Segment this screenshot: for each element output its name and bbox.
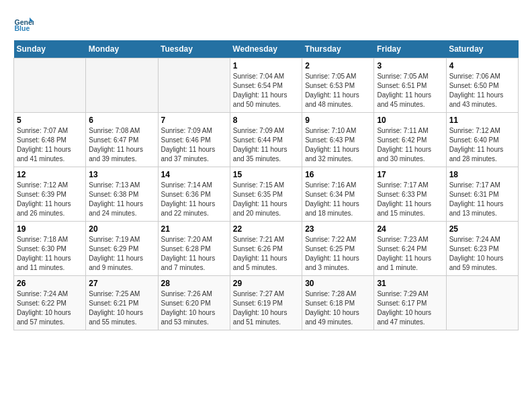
day-info: Sunrise: 7:07 AM Sunset: 6:48 PM Dayligh…	[17, 126, 83, 164]
page-header: General Blue	[13, 13, 519, 34]
day-number: 29	[233, 279, 299, 288]
day-number: 9	[305, 116, 371, 125]
day-info: Sunrise: 7:16 AM Sunset: 6:34 PM Dayligh…	[305, 181, 371, 218]
calendar-cell: 26Sunrise: 7:24 AM Sunset: 6:22 PM Dayli…	[14, 276, 86, 330]
day-info: Sunrise: 7:06 AM Sunset: 6:50 PM Dayligh…	[449, 72, 515, 109]
day-info: Sunrise: 7:28 AM Sunset: 6:18 PM Dayligh…	[305, 289, 371, 327]
calendar-cell: 29Sunrise: 7:27 AM Sunset: 6:19 PM Dayli…	[230, 276, 302, 330]
calendar-table: SundayMondayTuesdayWednesdayThursdayFrid…	[13, 40, 519, 330]
day-number: 21	[161, 224, 227, 234]
calendar-cell: 23Sunrise: 7:22 AM Sunset: 6:25 PM Dayli…	[302, 222, 374, 276]
week-row-2: 12Sunrise: 7:12 AM Sunset: 6:39 PM Dayli…	[14, 167, 519, 222]
calendar-cell: 12Sunrise: 7:12 AM Sunset: 6:39 PM Dayli…	[14, 167, 86, 222]
calendar-cell: 17Sunrise: 7:17 AM Sunset: 6:33 PM Dayli…	[374, 167, 446, 222]
calendar-cell: 20Sunrise: 7:19 AM Sunset: 6:29 PM Dayli…	[86, 222, 158, 276]
calendar-cell	[14, 58, 86, 113]
day-number: 31	[377, 279, 443, 288]
day-info: Sunrise: 7:04 AM Sunset: 6:54 PM Dayligh…	[233, 72, 299, 109]
day-number: 27	[89, 279, 154, 288]
day-number: 1	[233, 61, 299, 71]
day-info: Sunrise: 7:23 AM Sunset: 6:24 PM Dayligh…	[377, 235, 443, 273]
calendar-cell: 14Sunrise: 7:14 AM Sunset: 6:36 PM Dayli…	[158, 167, 230, 222]
col-header-sunday: Sunday	[14, 40, 86, 58]
calendar-cell: 4Sunrise: 7:06 AM Sunset: 6:50 PM Daylig…	[446, 58, 518, 113]
calendar-cell: 24Sunrise: 7:23 AM Sunset: 6:24 PM Dayli…	[374, 222, 446, 276]
day-number: 14	[161, 170, 227, 179]
calendar-cell: 6Sunrise: 7:08 AM Sunset: 6:47 PM Daylig…	[86, 113, 158, 167]
day-number: 24	[377, 224, 443, 234]
calendar-cell	[86, 58, 158, 113]
day-number: 2	[305, 61, 371, 71]
week-row-4: 26Sunrise: 7:24 AM Sunset: 6:22 PM Dayli…	[14, 276, 519, 330]
calendar-cell: 11Sunrise: 7:12 AM Sunset: 6:40 PM Dayli…	[446, 113, 518, 167]
day-info: Sunrise: 7:17 AM Sunset: 6:33 PM Dayligh…	[377, 181, 443, 218]
day-info: Sunrise: 7:27 AM Sunset: 6:19 PM Dayligh…	[233, 289, 299, 327]
day-number: 16	[305, 170, 371, 179]
calendar-cell: 31Sunrise: 7:29 AM Sunset: 6:17 PM Dayli…	[374, 276, 446, 330]
week-row-3: 19Sunrise: 7:18 AM Sunset: 6:30 PM Dayli…	[14, 222, 519, 276]
col-header-monday: Monday	[86, 40, 158, 58]
day-info: Sunrise: 7:24 AM Sunset: 6:22 PM Dayligh…	[17, 289, 83, 327]
day-number: 25	[449, 224, 515, 234]
calendar-cell: 19Sunrise: 7:18 AM Sunset: 6:30 PM Dayli…	[14, 222, 86, 276]
day-info: Sunrise: 7:09 AM Sunset: 6:46 PM Dayligh…	[161, 126, 227, 164]
calendar-cell: 1Sunrise: 7:04 AM Sunset: 6:54 PM Daylig…	[230, 58, 302, 113]
calendar-cell: 13Sunrise: 7:13 AM Sunset: 6:38 PM Dayli…	[86, 167, 158, 222]
day-number: 30	[305, 279, 371, 288]
col-header-friday: Friday	[374, 40, 446, 58]
day-number: 19	[17, 224, 83, 234]
day-number: 3	[377, 61, 443, 71]
day-number: 8	[233, 116, 299, 125]
day-info: Sunrise: 7:19 AM Sunset: 6:29 PM Dayligh…	[89, 235, 154, 273]
day-info: Sunrise: 7:20 AM Sunset: 6:28 PM Dayligh…	[161, 235, 227, 273]
day-number: 15	[233, 170, 299, 179]
day-info: Sunrise: 7:05 AM Sunset: 6:51 PM Dayligh…	[377, 72, 443, 109]
calendar-cell: 16Sunrise: 7:16 AM Sunset: 6:34 PM Dayli…	[302, 167, 374, 222]
day-info: Sunrise: 7:22 AM Sunset: 6:25 PM Dayligh…	[305, 235, 371, 273]
day-number: 17	[377, 170, 443, 179]
day-info: Sunrise: 7:13 AM Sunset: 6:38 PM Dayligh…	[89, 181, 154, 218]
logo-icon: General Blue	[13, 13, 34, 34]
calendar-cell	[446, 276, 518, 330]
calendar-cell: 18Sunrise: 7:17 AM Sunset: 6:31 PM Dayli…	[446, 167, 518, 222]
day-number: 7	[161, 116, 227, 125]
day-info: Sunrise: 7:25 AM Sunset: 6:21 PM Dayligh…	[89, 289, 154, 327]
day-number: 12	[17, 170, 83, 179]
calendar-cell: 21Sunrise: 7:20 AM Sunset: 6:28 PM Dayli…	[158, 222, 230, 276]
day-info: Sunrise: 7:14 AM Sunset: 6:36 PM Dayligh…	[161, 181, 227, 218]
calendar-cell: 22Sunrise: 7:21 AM Sunset: 6:26 PM Dayli…	[230, 222, 302, 276]
calendar-cell: 2Sunrise: 7:05 AM Sunset: 6:53 PM Daylig…	[302, 58, 374, 113]
day-info: Sunrise: 7:29 AM Sunset: 6:17 PM Dayligh…	[377, 289, 443, 327]
col-header-saturday: Saturday	[446, 40, 518, 58]
day-number: 4	[449, 61, 515, 71]
day-info: Sunrise: 7:21 AM Sunset: 6:26 PM Dayligh…	[233, 235, 299, 273]
calendar-cell: 7Sunrise: 7:09 AM Sunset: 6:46 PM Daylig…	[158, 113, 230, 167]
day-number: 20	[89, 224, 154, 234]
week-row-0: 1Sunrise: 7:04 AM Sunset: 6:54 PM Daylig…	[14, 58, 519, 113]
logo: General Blue	[13, 13, 38, 34]
day-info: Sunrise: 7:15 AM Sunset: 6:35 PM Dayligh…	[233, 181, 299, 218]
calendar-cell: 9Sunrise: 7:10 AM Sunset: 6:43 PM Daylig…	[302, 113, 374, 167]
header-row: SundayMondayTuesdayWednesdayThursdayFrid…	[14, 40, 519, 58]
day-number: 23	[305, 224, 371, 234]
day-info: Sunrise: 7:18 AM Sunset: 6:30 PM Dayligh…	[17, 235, 83, 273]
calendar-cell: 8Sunrise: 7:09 AM Sunset: 6:44 PM Daylig…	[230, 113, 302, 167]
day-number: 6	[89, 116, 154, 125]
day-info: Sunrise: 7:12 AM Sunset: 6:39 PM Dayligh…	[17, 181, 83, 218]
day-number: 26	[17, 279, 83, 288]
day-number: 10	[377, 116, 443, 125]
calendar-cell: 25Sunrise: 7:24 AM Sunset: 6:23 PM Dayli…	[446, 222, 518, 276]
day-number: 28	[161, 279, 227, 288]
calendar-cell: 15Sunrise: 7:15 AM Sunset: 6:35 PM Dayli…	[230, 167, 302, 222]
svg-text:Blue: Blue	[15, 24, 30, 32]
calendar-cell: 3Sunrise: 7:05 AM Sunset: 6:51 PM Daylig…	[374, 58, 446, 113]
day-number: 13	[89, 170, 154, 179]
day-info: Sunrise: 7:11 AM Sunset: 6:42 PM Dayligh…	[377, 126, 443, 164]
day-info: Sunrise: 7:05 AM Sunset: 6:53 PM Dayligh…	[305, 72, 371, 109]
calendar-cell: 27Sunrise: 7:25 AM Sunset: 6:21 PM Dayli…	[86, 276, 158, 330]
week-row-1: 5Sunrise: 7:07 AM Sunset: 6:48 PM Daylig…	[14, 113, 519, 167]
day-info: Sunrise: 7:24 AM Sunset: 6:23 PM Dayligh…	[449, 235, 515, 273]
day-info: Sunrise: 7:08 AM Sunset: 6:47 PM Dayligh…	[89, 126, 154, 164]
calendar-cell: 30Sunrise: 7:28 AM Sunset: 6:18 PM Dayli…	[302, 276, 374, 330]
col-header-wednesday: Wednesday	[230, 40, 302, 58]
